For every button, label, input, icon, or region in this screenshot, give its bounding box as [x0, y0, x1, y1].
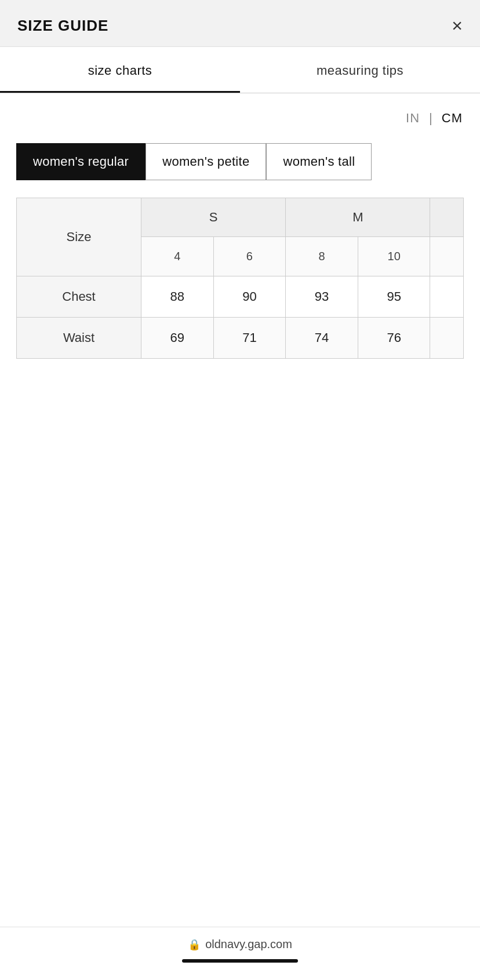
table-row: Waist 69 71 74 76: [17, 318, 464, 359]
unit-in-button[interactable]: IN: [406, 111, 420, 126]
close-button[interactable]: ×: [452, 16, 463, 35]
category-buttons: women's regular women's petite women's t…: [0, 137, 480, 192]
size-group-extra: [430, 198, 464, 237]
waist-label: Waist: [17, 318, 141, 359]
chest-label: Chest: [17, 276, 141, 318]
size-table: Size S M 4 6 8 10 Chest 88 90: [16, 198, 464, 359]
waist-8: 74: [286, 318, 358, 359]
category-womens-petite[interactable]: women's petite: [146, 143, 266, 180]
waist-extra: [430, 318, 464, 359]
size-column-header: Size: [17, 198, 141, 276]
home-indicator: [182, 959, 298, 963]
unit-divider: |: [429, 111, 432, 126]
size-col-10: 10: [358, 237, 430, 276]
size-col-8: 8: [286, 237, 358, 276]
chest-10: 95: [358, 276, 430, 318]
tabs-container: size charts measuring tips: [0, 47, 480, 93]
size-group-s: S: [141, 198, 286, 237]
bottom-bar: 🔒 oldnavy.gap.com: [0, 927, 480, 980]
size-col-6: 6: [213, 237, 286, 276]
unit-toggle: IN | CM: [0, 93, 480, 137]
unit-cm-button[interactable]: CM: [442, 111, 463, 126]
size-group-m: M: [286, 198, 430, 237]
chest-8: 93: [286, 276, 358, 318]
category-womens-tall[interactable]: women's tall: [266, 143, 372, 180]
tab-size-charts[interactable]: size charts: [0, 47, 240, 93]
waist-4: 69: [141, 318, 214, 359]
lock-icon: 🔒: [188, 938, 201, 951]
table-row: Chest 88 90 93 95: [17, 276, 464, 318]
tab-measuring-tips[interactable]: measuring tips: [240, 47, 480, 93]
category-womens-regular[interactable]: women's regular: [16, 143, 146, 180]
waist-10: 76: [358, 318, 430, 359]
chest-4: 88: [141, 276, 214, 318]
size-col-4: 4: [141, 237, 214, 276]
waist-6: 71: [213, 318, 286, 359]
size-table-container: Size S M 4 6 8 10 Chest 88 90: [0, 192, 480, 376]
size-col-extra: [430, 237, 464, 276]
chest-6: 90: [213, 276, 286, 318]
url-bar: 🔒 oldnavy.gap.com: [12, 938, 468, 951]
url-text: oldnavy.gap.com: [205, 938, 292, 951]
header: SIZE GUIDE ×: [0, 0, 480, 47]
chest-extra: [430, 276, 464, 318]
page-title: SIZE GUIDE: [17, 17, 108, 35]
